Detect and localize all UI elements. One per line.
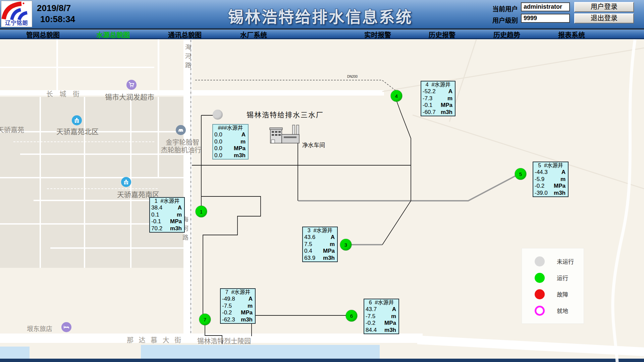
well-marker-5[interactable]: 5	[515, 168, 526, 180]
well-pressure: 0.0	[214, 145, 222, 152]
car-shop-icon	[176, 125, 186, 135]
poi-label-lieshi: 锡林浩特烈士陵园	[197, 336, 251, 346]
workshop-label: 净水车间	[302, 140, 325, 149]
nav-water-plant-system[interactable]: 水厂系统	[240, 30, 267, 40]
current-user-field[interactable]: administrator	[521, 2, 570, 11]
well-marker-4[interactable]: 4	[391, 90, 402, 102]
well-pressure: -0.1	[151, 218, 161, 225]
legend-item-stopped: 未运行	[522, 253, 584, 269]
well-level: 7.5	[304, 241, 312, 248]
well-current: 38.4	[151, 204, 162, 212]
user-level-label: 用户级别	[492, 15, 518, 24]
pipe-diameter-label: DN200	[347, 75, 358, 78]
logo-arcs-icon	[1, 1, 32, 21]
bottom-bar	[0, 359, 644, 362]
hotel-bed-icon	[61, 322, 71, 332]
company-logo: 辽宁铭朗	[1, 1, 32, 27]
well-pressure: -0.1	[423, 102, 432, 109]
well-panel-title: 6 #水源井	[364, 299, 398, 306]
well-marker-stopped[interactable]	[213, 110, 223, 120]
map-road	[50, 247, 188, 249]
well-marker-1[interactable]: 1	[196, 206, 207, 217]
map-road	[417, 336, 644, 357]
dn200-pipe-dashed	[195, 80, 396, 91]
poi-label-darunfa: 锡市大润发超市	[105, 92, 154, 102]
well-panel-title: 7 #水源井	[221, 289, 255, 296]
scada-window: 辽宁铭朗 2019/8/7 10:58:34 锡林浩特给排水信息系统 当前用户 …	[0, 0, 644, 362]
well-current: -52.2	[423, 88, 436, 95]
map-road	[158, 97, 159, 177]
status-legend: 未运行 运行 故障 就地	[522, 248, 584, 324]
current-time: 10:58:34	[37, 14, 75, 25]
well-current: -49.8	[222, 296, 235, 303]
map-road	[34, 200, 158, 201]
current-user-label: 当前用户	[492, 4, 518, 13]
nav-water-source-overview[interactable]: 水源总貌图	[96, 30, 130, 40]
well-marker-7[interactable]: 7	[199, 314, 211, 325]
residence-building-icon	[72, 115, 82, 125]
map-road	[40, 97, 41, 268]
map-road	[84, 97, 85, 268]
well-panel-1: 1 #水源井 38.4A 0.1m -0.1MPa 70.2m3h	[149, 197, 185, 233]
nav-pipe-network-overview[interactable]: 管网总貌图	[26, 30, 60, 40]
well-flow: 84.4	[366, 327, 377, 334]
well-current: 43.6	[304, 234, 315, 241]
well-marker-6[interactable]: 6	[346, 310, 357, 321]
map-road	[13, 141, 154, 142]
supermarket-cart-icon	[126, 80, 137, 90]
well-current: 0.0	[214, 131, 222, 138]
well-panel-unknown: ###水源井 0.0A 0.0m 0.0MPa 0.0m3h	[212, 124, 249, 160]
user-level-field[interactable]: 9999	[521, 14, 570, 23]
well-flow: -39.0	[535, 190, 548, 197]
map-canvas[interactable]: 长 城 街 锡市大润发超市 天骄嘉苑 天骄嘉苑北区 金宇轮胎智 杰轮胎机油行 天…	[0, 39, 644, 362]
well-panel-title: 4 #水源井	[421, 81, 455, 88]
nav-report-system[interactable]: 报表系统	[558, 30, 585, 40]
poi-label-kendong: 垠东旅店	[27, 324, 52, 333]
fault-status-icon	[535, 289, 545, 299]
well-panel-4: 4 #水源井 -52.2A -7.3m -0.1MPa -60.7m3h	[421, 81, 455, 116]
well-level: -7.5	[366, 313, 375, 320]
well-pressure: 0.4	[304, 248, 312, 255]
nav-communication-overview[interactable]: 通讯总貌图	[168, 30, 202, 40]
well-flow: -60.7	[423, 109, 436, 116]
well-pressure: -0.2	[366, 320, 375, 327]
well-flow: 0.0	[214, 152, 222, 159]
nav-history-alarm[interactable]: 历史报警	[429, 30, 455, 40]
street-label-haihe-top: 海河路	[183, 44, 192, 71]
well-panel-7: 7 #水源井 -49.8A -7.5m -0.2MPa -62.3m3h	[220, 288, 256, 324]
poi-label-jinyu-2: 杰轮胎机油行	[161, 145, 201, 155]
well-current: -44.3	[535, 169, 548, 176]
map-road	[0, 67, 154, 68]
legend-item-running: 运行	[522, 269, 584, 286]
login-button[interactable]: 用户登录	[574, 2, 634, 12]
stopped-status-icon	[535, 256, 545, 266]
logout-button[interactable]: 退出登录	[574, 13, 634, 23]
well-panel-6: 6 #水源井 43.7A -7.5m -0.2MPa 84.4m3h	[364, 299, 399, 334]
factory-icon	[270, 125, 299, 143]
well-panel-3: 3 #水源井 43.6A 7.5m 0.4MPa 63.9m3h	[302, 227, 338, 262]
well-level: 0.1	[151, 212, 159, 219]
running-status-icon	[535, 273, 545, 283]
well-flow: 70.2	[151, 225, 162, 232]
well-level: -7.5	[222, 303, 232, 310]
residence-building-icon	[121, 177, 131, 187]
well-marker-3[interactable]: 3	[340, 239, 352, 250]
well-current: 43.7	[366, 306, 377, 313]
nav-realtime-alarm[interactable]: 实时报警	[364, 30, 391, 40]
well-level: -7.3	[423, 95, 432, 102]
map-road	[0, 177, 188, 178]
street-label-nadamu: 那 达 慕 大 街	[127, 335, 183, 345]
plant-title: 锡林浩特给排水三水厂	[247, 109, 324, 119]
well-pressure: -0.2	[222, 309, 232, 316]
street-label-changcheng: 长 城 街	[46, 89, 82, 99]
nav-history-trend[interactable]: 历史趋势	[493, 30, 520, 40]
well-level: 0.0	[214, 138, 222, 145]
well-panel-title: 5 #水源井	[533, 162, 568, 169]
current-date: 2019/8/7	[37, 3, 75, 14]
main-nav: 管网总貌图 水源总貌图 通讯总貌图 水厂系统 实时报警 历史报警 历史趋势 报表…	[0, 29, 644, 39]
poi-label-tianjiao: 天骄嘉苑	[0, 125, 24, 134]
header: 辽宁铭朗 2019/8/7 10:58:34 锡林浩特给排水信息系统 当前用户 …	[0, 0, 644, 29]
map-block	[0, 97, 188, 268]
well-panel-title: 1 #水源井	[150, 198, 184, 204]
well-pressure: -0.2	[535, 183, 544, 190]
